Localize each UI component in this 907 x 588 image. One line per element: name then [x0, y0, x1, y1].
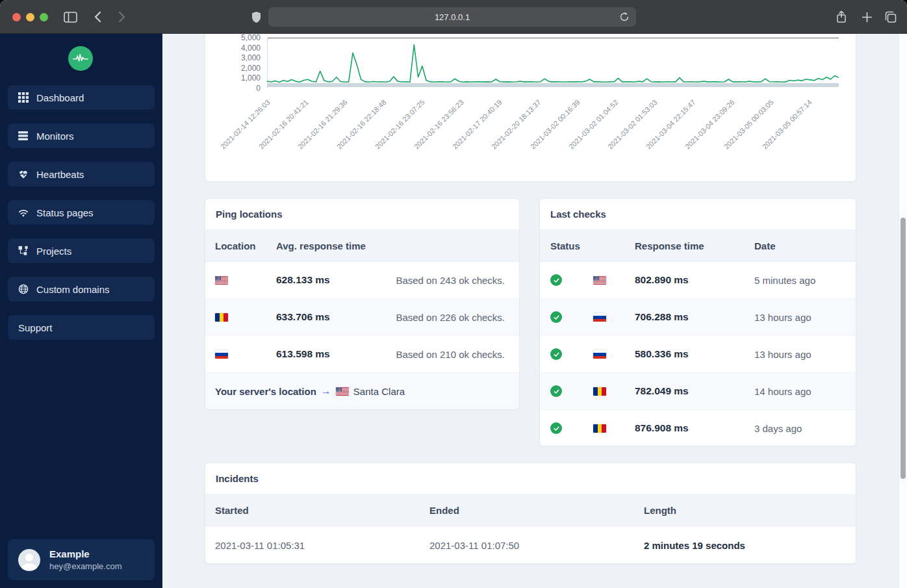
check-date: 13 hours ago	[754, 312, 856, 323]
incident-ended: 2021-03-11 01:07:50	[429, 540, 644, 551]
response-time: 706.288 ms	[635, 311, 754, 323]
response-time: 782.049 ms	[635, 385, 754, 397]
browser-chrome: 127.0.0.1	[0, 0, 907, 34]
column-header: Avg. response time	[276, 240, 505, 251]
pulse-logo-icon	[71, 49, 90, 68]
window-minimize-button[interactable]	[26, 13, 34, 21]
table-row: 876.908 ms 3 days ago	[540, 410, 856, 446]
privacy-shield-icon[interactable]	[248, 9, 264, 25]
user-email: hey@example.com	[49, 561, 121, 571]
sidebar-item-label: Support	[18, 322, 53, 333]
y-tick-label: 2,000	[217, 64, 261, 73]
check-date: 13 hours ago	[754, 349, 856, 360]
avg-response-time: 628.133 ms	[276, 274, 396, 286]
reload-icon[interactable]	[618, 10, 631, 23]
sidebar-nav: Dashboard Monitors Heartbeats Status pag…	[0, 85, 162, 353]
scrollbar-thumb[interactable]	[901, 218, 906, 479]
sidebar-toggle-icon[interactable]	[62, 9, 78, 25]
card-title: Incidents	[205, 463, 856, 494]
table-header: Location Avg. response time	[205, 230, 519, 262]
table-row: 2021-03-11 01:05:31 2021-03-11 01:07:50 …	[205, 526, 856, 564]
response-time: 802.890 ms	[635, 274, 754, 286]
sidebar-item-custom-domains[interactable]: Custom domains	[8, 277, 155, 301]
avg-response-time: 613.598 ms	[276, 348, 396, 360]
check-circle-icon	[550, 348, 562, 360]
flag-icon	[593, 313, 606, 322]
user-info: Example hey@example.com	[49, 548, 121, 571]
table-row: 802.890 ms 5 minutes ago	[540, 262, 856, 299]
sidebar-item-label: Monitors	[36, 131, 74, 142]
avg-response-time: 633.706 ms	[276, 311, 396, 323]
flag-icon	[593, 424, 606, 433]
app-logo[interactable]	[68, 46, 93, 71]
y-tick-label: 3,000	[217, 53, 261, 62]
heart-pulse-icon	[18, 169, 29, 179]
sidebar-item-dashboard[interactable]: Dashboard	[8, 85, 155, 110]
wifi-icon	[18, 207, 29, 218]
user-profile[interactable]: Example hey@example.com	[8, 539, 155, 580]
server-location-footer: Your server's location → Santa Clara	[205, 373, 519, 409]
user-name: Example	[49, 548, 121, 559]
sidebar-item-label: Custom domains	[36, 284, 110, 295]
forward-icon[interactable]	[114, 9, 130, 25]
address-bar[interactable]: 127.0.0.1	[268, 7, 636, 27]
sidebar-item-monitors[interactable]: Monitors	[8, 123, 155, 148]
column-header: Length	[644, 505, 856, 516]
y-tick-label: 4,000	[217, 44, 261, 53]
response-time: 876.908 ms	[635, 422, 754, 434]
flag-icon	[593, 387, 606, 396]
tab-overview-icon[interactable]	[882, 9, 898, 25]
sidebar: Dashboard Monitors Heartbeats Status pag…	[0, 34, 162, 588]
new-tab-icon[interactable]	[859, 9, 875, 25]
scrollbar-track[interactable]	[899, 34, 907, 588]
check-circle-icon	[550, 422, 562, 434]
checks-note: Based on 243 ok checks.	[396, 275, 505, 286]
check-circle-icon	[550, 311, 562, 323]
flag-icon	[215, 276, 228, 285]
table-row: 706.288 ms 13 hours ago	[540, 299, 856, 336]
sidebar-item-status-pages[interactable]: Status pages	[8, 200, 155, 225]
sidebar-item-support[interactable]: Support	[8, 315, 155, 340]
column-header: Started	[215, 505, 429, 516]
column-header: Ended	[429, 505, 644, 516]
flag-icon	[215, 313, 228, 322]
server-list-icon	[18, 131, 29, 141]
main-content: 5,0004,0003,0002,0001,0000 2021-02-14 12…	[162, 34, 907, 588]
table-row: 580.336 ms 13 hours ago	[540, 336, 856, 373]
response-time-line-chart	[267, 38, 839, 88]
column-header: Date	[754, 240, 856, 251]
url-text: 127.0.0.1	[435, 12, 470, 22]
incident-length: 2 minutes 19 seconds	[644, 540, 856, 551]
sitemap-icon	[18, 246, 29, 256]
check-circle-icon	[550, 274, 562, 286]
sidebar-item-label: Heartbeats	[36, 169, 84, 180]
last-checks-card: Last checks Status Response time Date 80…	[539, 198, 856, 446]
check-date: 3 days ago	[754, 423, 856, 434]
sidebar-item-projects[interactable]: Projects	[8, 238, 155, 263]
checks-note: Based on 226 ok checks.	[396, 312, 505, 323]
check-date: 5 minutes ago	[754, 275, 856, 286]
flag-icon	[593, 276, 606, 285]
y-tick-label: 1,000	[217, 73, 261, 83]
table-row: 633.706 ms Based on 226 ok checks.	[205, 299, 519, 336]
arrow-right-icon: →	[321, 385, 331, 397]
table-header: Started Ended Length	[205, 494, 856, 526]
sidebar-item-label: Status pages	[36, 207, 94, 218]
share-icon[interactable]	[834, 9, 849, 25]
flag-icon	[336, 387, 349, 396]
incident-started: 2021-03-11 01:05:31	[215, 540, 429, 551]
browser-window: 127.0.0.1 Dashboard	[0, 0, 907, 588]
card-title: Last checks	[540, 199, 856, 230]
card-title: Ping locations	[205, 199, 519, 230]
window-zoom-button[interactable]	[40, 13, 48, 21]
back-icon[interactable]	[90, 9, 105, 25]
flag-icon	[215, 350, 228, 359]
incidents-card: Incidents Started Ended Length 2021-03-1…	[205, 463, 856, 564]
window-close-button[interactable]	[12, 13, 21, 21]
avatar	[18, 549, 40, 571]
table-row: 782.049 ms 14 hours ago	[540, 373, 856, 410]
server-city: Santa Clara	[353, 386, 405, 397]
sidebar-item-label: Projects	[36, 246, 71, 257]
sidebar-item-heartbeats[interactable]: Heartbeats	[8, 162, 155, 186]
response-time: 580.336 ms	[635, 348, 754, 360]
